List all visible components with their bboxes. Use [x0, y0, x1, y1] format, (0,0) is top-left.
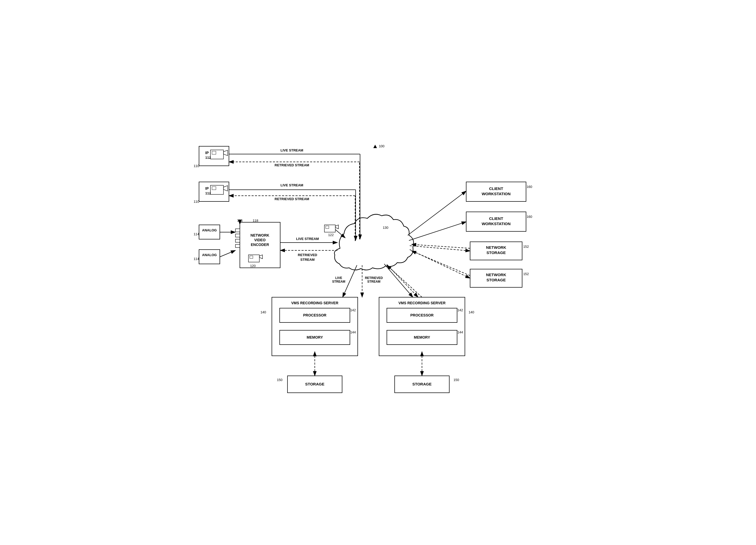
retrieved-encoder-label2: STREAM	[300, 258, 315, 261]
ref-140-left: 140	[260, 310, 266, 314]
ref-150-right: 150	[453, 378, 459, 382]
cloud-path	[334, 214, 414, 270]
ip-bottom-ref: 112	[205, 191, 211, 195]
ip-top-ref: 112	[205, 156, 211, 159]
storage-left-label: STORAGE	[305, 382, 324, 386]
cw-bottom-label-2: WORKSTATION	[482, 221, 510, 226]
ref-100-triangle	[373, 145, 377, 148]
processor-left-label: PROCESSOR	[303, 313, 326, 317]
ref-100-label: 100	[379, 144, 385, 148]
ref-160-top: 160	[527, 185, 532, 189]
port-3	[235, 239, 240, 242]
ip-top-label: IP	[205, 151, 209, 155]
encoder-camera-detail	[250, 256, 253, 258]
cw-bottom-label-1: CLIENT	[489, 216, 503, 221]
ref-122-detail	[326, 226, 329, 228]
cloud-to-cw-top	[408, 191, 466, 235]
live-stream-vms-label2: STREAM	[332, 280, 345, 284]
camera-detail-bottom	[212, 186, 216, 190]
cloud-to-cw-bot	[409, 222, 466, 240]
ns-top-to-cloud	[412, 244, 470, 248]
vms-left-title: VMS RECORDING SERVER	[291, 301, 338, 305]
ref-130: 130	[383, 226, 388, 229]
ns-top-label-2: STORAGE	[486, 250, 506, 255]
ip-bottom-label: IP	[205, 186, 209, 190]
ref-144-left: 144	[350, 330, 356, 334]
live-stream-bot-label: LIVE STREAM	[280, 183, 303, 187]
vms-right-title: VMS RECORDING SERVER	[398, 301, 445, 305]
retrieved-stream-vms-label: RETRIEVED	[365, 276, 383, 280]
analog-bottom-label: ANALOG	[202, 253, 216, 257]
cw-top-label-1: CLIENT	[489, 186, 503, 191]
storage-right-label: STORAGE	[412, 382, 432, 386]
ref-118: 118	[253, 218, 258, 222]
diagram-container: 100 IP 112 110 IP 112 110 ANALOG 114 ANA…	[189, 136, 567, 409]
retrieved-stream-bot-label: RETRIEVED STREAM	[274, 197, 309, 201]
ref-122: 122	[328, 233, 334, 237]
analog-top-label: ANALOG	[202, 228, 216, 232]
memory-right-label: MEMORY	[414, 335, 430, 340]
nve-label-3: ENCODER	[251, 242, 269, 247]
ns-bottom-label-1: NETWORK	[486, 272, 506, 277]
cw-top-label-2: WORKSTATION	[482, 191, 510, 196]
ref-152-top: 152	[523, 245, 529, 248]
live-stream-top-label: LIVE STREAM	[280, 148, 303, 152]
port-2	[235, 234, 240, 237]
ref-150-left: 150	[277, 378, 283, 382]
memory-left-label: MEMORY	[306, 335, 323, 340]
retrieved-stream-vms-label2: STREAM	[367, 280, 380, 284]
ref-120: 120	[250, 264, 256, 268]
retrieved-stream-top-label: RETRIEVED STREAM	[274, 163, 309, 167]
ref-140-right: 140	[469, 310, 474, 314]
retrieved-encoder-label: RETRIEVED	[298, 253, 317, 257]
ref-110-top: 110	[194, 164, 199, 168]
cloud-to-ns-top	[410, 246, 470, 251]
camera-detail-top	[212, 151, 216, 154]
ref-142-right: 142	[457, 308, 463, 312]
vms-left-box	[272, 297, 358, 356]
nve-label-1: NETWORK	[250, 233, 269, 237]
ref-114-bottom: 114	[194, 257, 199, 261]
ref-152-bottom: 152	[523, 272, 529, 276]
processor-right-label: PROCESSOR	[410, 313, 433, 317]
live-stream-vms-label: LIVE	[335, 276, 342, 280]
ns-bottom-label-2: STORAGE	[486, 278, 506, 282]
ref-122-lens	[335, 225, 338, 229]
ref-160-bottom: 160	[527, 215, 532, 218]
port-1	[235, 229, 240, 232]
analog-bot-to-encoder	[220, 250, 235, 257]
cloud-to-vms-right-live	[384, 264, 413, 297]
live-encoder-label: LIVE STREAM	[296, 237, 319, 241]
port-4	[235, 244, 240, 247]
ref-142-left: 142	[350, 308, 356, 312]
ref-144-right: 144	[457, 330, 463, 334]
vms-right-box	[379, 297, 465, 356]
ref-110-bottom: 110	[194, 200, 199, 203]
cloud-shape	[334, 214, 414, 270]
ns-top-label-1: NETWORK	[486, 245, 506, 249]
nve-label-2: VIDEO	[254, 238, 266, 242]
ref-114-top: 114	[194, 232, 199, 236]
